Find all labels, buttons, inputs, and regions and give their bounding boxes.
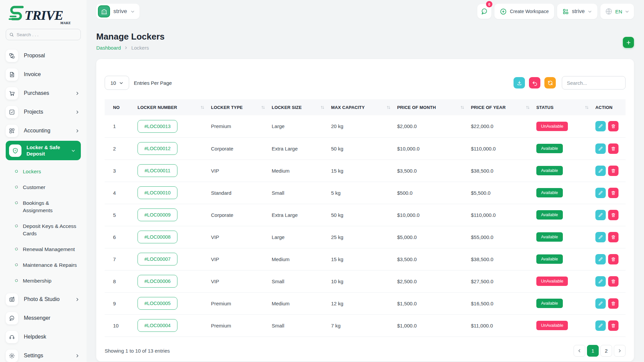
chat-button[interactable]: 0 — [477, 4, 491, 19]
language-selector[interactable]: EN — [600, 4, 634, 19]
refresh-button[interactable] — [544, 77, 556, 88]
delete-button[interactable] — [608, 143, 619, 154]
lockers-table-card: 10 Entries Per Page — [96, 59, 634, 361]
helpdesk-icon — [6, 331, 18, 343]
sidebar-subitem-maintenance-repairs[interactable]: Maintenance & Repairs — [6, 257, 81, 273]
cell-price-year: $27,500.0 — [471, 270, 536, 292]
locker-number-pill[interactable]: #LOC00010 — [138, 186, 177, 199]
locker-number-pill[interactable]: #LOC00012 — [138, 142, 177, 155]
sidebar-item-settings[interactable]: Settings — [6, 346, 81, 362]
edit-button[interactable] — [595, 298, 606, 309]
delete-button[interactable] — [608, 232, 619, 242]
sidebar-item-projects[interactable]: Projects — [6, 103, 81, 121]
pencil-icon — [598, 213, 603, 218]
sidebar-item-helpdesk[interactable]: Helpdesk — [6, 327, 81, 346]
next-page-button[interactable] — [614, 345, 626, 357]
undo-button[interactable] — [529, 77, 540, 88]
locker-number-pill[interactable]: #LOC00008 — [138, 231, 177, 243]
table-row: 9#LOC00005PremiumMedium12 kg$1,500.0$16,… — [105, 292, 626, 314]
delete-button[interactable] — [608, 254, 619, 264]
delete-button[interactable] — [608, 276, 619, 287]
delete-button[interactable] — [608, 320, 619, 331]
locker-number-pill[interactable]: #LOC00011 — [138, 164, 177, 177]
edit-button[interactable] — [595, 320, 606, 331]
cell-locker-type: Premium — [211, 292, 272, 314]
cell-no: 5 — [105, 204, 138, 226]
delete-button[interactable] — [608, 166, 619, 176]
page-button-1[interactable]: 1 — [587, 345, 599, 357]
projects-icon — [6, 106, 18, 118]
delete-button[interactable] — [608, 210, 619, 220]
export-button[interactable] — [514, 77, 525, 88]
sort-icon — [261, 105, 265, 110]
sidebar-subitem-renewal-management[interactable]: Renewal Management — [6, 241, 81, 257]
cell-locker-size: Medium — [272, 292, 331, 314]
sidebar-item-label: Helpdesk — [24, 334, 81, 340]
cell-max-capacity: 10 kg — [331, 270, 397, 292]
chevron-right-icon — [75, 354, 79, 358]
sort-icon — [526, 105, 530, 110]
sidebar-item-accounting[interactable]: Accounting — [6, 121, 81, 140]
breadcrumb-dashboard[interactable]: Dashboard — [96, 45, 121, 51]
delete-button[interactable] — [608, 298, 619, 309]
column-header-price-of-month[interactable]: PRICE OF MONTH — [397, 99, 471, 115]
entries-per-page-select[interactable]: 10 — [105, 76, 129, 90]
workspace-selector[interactable]: strive — [96, 4, 140, 19]
delete-button[interactable] — [608, 121, 619, 131]
cell-price-month: $2,500.0 — [397, 270, 471, 292]
sidebar-item-proposal[interactable]: Proposal — [6, 46, 81, 65]
cell-no: 1 — [105, 115, 138, 137]
sidebar-item-invoice[interactable]: Invoice — [6, 65, 81, 84]
edit-button[interactable] — [595, 210, 606, 220]
edit-button[interactable] — [595, 143, 606, 154]
edit-button[interactable] — [595, 121, 606, 131]
edit-button[interactable] — [595, 254, 606, 264]
page-button-2[interactable]: 2 — [600, 345, 612, 357]
sidebar-item-photo-studio[interactable]: Photo & Studio — [6, 290, 81, 309]
column-header-locker-type[interactable]: LOCKER TYPE — [211, 99, 272, 115]
edit-button[interactable] — [595, 188, 606, 198]
sidebar-search[interactable] — [6, 29, 81, 40]
trash-icon — [611, 279, 616, 284]
column-header-max-capacity[interactable]: MAX CAPACITY — [331, 99, 397, 115]
locker-number-pill[interactable]: #LOC00007 — [138, 253, 177, 265]
column-header-price-of-year[interactable]: PRICE OF YEAR — [471, 99, 536, 115]
locker-number-pill[interactable]: #LOC00009 — [138, 208, 177, 221]
sidebar-item-locker-safe-deposit[interactable]: Locker & Safe Deposit — [6, 141, 81, 160]
edit-button[interactable] — [595, 232, 606, 242]
sidebar-subitem-customer[interactable]: Customer — [6, 179, 81, 195]
cell-price-year: $110,000.0 — [471, 204, 536, 226]
cell-locker-type: Standard — [211, 182, 272, 204]
column-header-locker-number[interactable]: LOCKER NUMBER — [138, 99, 211, 115]
column-header-locker-size[interactable]: LOCKER SIZE — [272, 99, 331, 115]
trash-icon — [611, 235, 616, 240]
team-selector[interactable]: strive — [557, 4, 597, 19]
column-header-no: NO — [105, 99, 138, 115]
cell-no: 6 — [105, 226, 138, 248]
column-header-status[interactable]: STATUS — [536, 99, 595, 115]
add-locker-button[interactable] — [623, 37, 634, 48]
cell-locker-type: VIP — [211, 160, 272, 182]
sidebar-search-input[interactable] — [16, 32, 77, 37]
cell-price-month: $10,000.0 — [397, 204, 471, 226]
cell-locker-size: Medium — [272, 160, 331, 182]
table-actions — [509, 76, 626, 89]
table-search-input[interactable] — [562, 76, 626, 89]
sidebar-subitem-deposit-keys-access-cards[interactable]: Deposit Keys & Access Cards — [6, 218, 81, 241]
sidebar-subitem-bookings-assignments[interactable]: Bookings & Assignments — [6, 195, 81, 218]
edit-button[interactable] — [595, 166, 606, 176]
prev-page-button[interactable] — [574, 345, 585, 357]
create-workspace-button[interactable]: Create Workspace — [494, 4, 554, 19]
sidebar-item-messenger[interactable]: Messenger — [6, 309, 81, 327]
locker-number-pill[interactable]: #LOC00005 — [138, 297, 177, 310]
locker-number-pill[interactable]: #LOC00004 — [138, 319, 177, 332]
bullet-icon — [15, 263, 18, 266]
locker-number-pill[interactable]: #LOC00013 — [138, 120, 177, 133]
sidebar-subitem-membership[interactable]: Membership — [6, 273, 81, 289]
locker-number-pill[interactable]: #LOC00006 — [138, 275, 177, 288]
delete-button[interactable] — [608, 188, 619, 198]
edit-button[interactable] — [595, 276, 606, 287]
sort-icon — [585, 105, 589, 110]
sidebar-subitem-lockers[interactable]: Lockers — [6, 164, 81, 179]
sidebar-item-purchases[interactable]: Purchases — [6, 84, 81, 103]
